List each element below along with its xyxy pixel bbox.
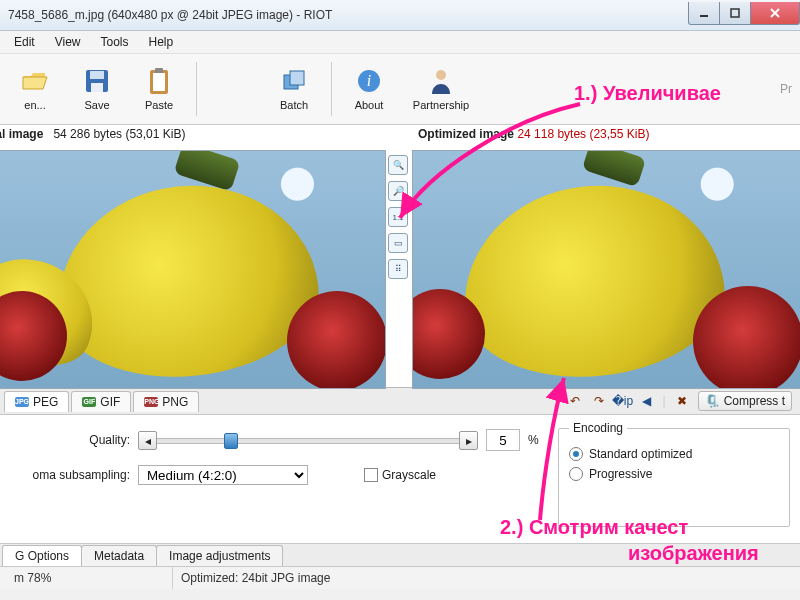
zoom-tools: 🔍 🔎 1:1 ▭ ⠿ bbox=[386, 155, 410, 279]
pan-button[interactable]: ⠿ bbox=[388, 259, 408, 279]
svg-point-14 bbox=[436, 70, 446, 80]
window-title: 7458_5686_m.jpg (640x480 px @ 24bit JPEG… bbox=[8, 8, 689, 22]
tab-jpeg-options[interactable]: G Options bbox=[2, 545, 82, 566]
original-size: 54 286 bytes (53,01 KiB) bbox=[53, 127, 185, 141]
minimize-button[interactable] bbox=[688, 2, 720, 25]
encoding-standard-label: Standard optimized bbox=[589, 447, 692, 461]
svg-text:i: i bbox=[367, 72, 371, 89]
encoding-progressive[interactable]: Progressive bbox=[569, 467, 779, 481]
tab-png[interactable]: PNG PNG bbox=[133, 391, 199, 412]
quality-slider[interactable]: ◂ ▸ bbox=[138, 431, 478, 449]
zoom-1to1-button[interactable]: 1:1 bbox=[388, 207, 408, 227]
tab-image-adjustments[interactable]: Image adjustments bbox=[156, 545, 283, 566]
image-compare: ial image 54 286 bytes (53,01 KiB) 🔍 🔎 1… bbox=[0, 125, 800, 388]
gif-icon: GIF bbox=[82, 397, 96, 407]
svg-rect-1 bbox=[731, 9, 739, 17]
tab-gif-label: GIF bbox=[100, 395, 120, 409]
tab-jpeg[interactable]: JPG PEG bbox=[4, 391, 69, 412]
radio-on-icon bbox=[569, 447, 583, 461]
encoding-progressive-label: Progressive bbox=[589, 467, 652, 481]
status-zoom: m 78% bbox=[6, 567, 173, 589]
slider-thumb[interactable] bbox=[224, 433, 238, 449]
optimized-pane: Optimized image 24 118 bytes (23,55 KiB) bbox=[412, 125, 800, 387]
menu-tools[interactable]: Tools bbox=[90, 33, 138, 51]
menu-help[interactable]: Help bbox=[139, 33, 184, 51]
slider-dec-button[interactable]: ◂ bbox=[138, 431, 157, 450]
quality-value[interactable] bbox=[486, 429, 520, 451]
menu-bar: Edit View Tools Help bbox=[0, 31, 800, 54]
about-button[interactable]: i About bbox=[338, 56, 400, 122]
optimized-size: 24 118 bytes (23,55 KiB) bbox=[517, 127, 649, 141]
partnership-label: Partnership bbox=[413, 99, 469, 111]
original-pane: ial image 54 286 bytes (53,01 KiB) bbox=[0, 125, 386, 387]
person-icon bbox=[427, 67, 455, 95]
optimized-label: Optimized image bbox=[418, 127, 514, 141]
clipboard-icon bbox=[145, 67, 173, 95]
menu-view[interactable]: View bbox=[45, 33, 91, 51]
svg-rect-5 bbox=[90, 71, 104, 79]
svg-rect-8 bbox=[153, 73, 165, 91]
tab-jpeg-label: PEG bbox=[33, 395, 58, 409]
format-strip: JPG PEG GIF GIF PNG PNG ↶ ↷ �ip ◀ | ✖ 🗜️… bbox=[0, 388, 800, 415]
tab-png-label: PNG bbox=[162, 395, 188, 409]
paste-label: Paste bbox=[145, 99, 173, 111]
batch-button[interactable]: Batch bbox=[263, 56, 325, 122]
flip-h-button[interactable]: �ip bbox=[615, 393, 631, 409]
rotate-cw-button[interactable]: ↷ bbox=[591, 393, 607, 409]
compress-icon: 🗜️ bbox=[705, 394, 720, 408]
close-button[interactable] bbox=[750, 2, 800, 25]
optimized-image[interactable] bbox=[412, 150, 800, 389]
grayscale-label: Grayscale bbox=[382, 468, 436, 482]
batch-icon bbox=[280, 67, 308, 95]
tab-gif[interactable]: GIF GIF bbox=[71, 391, 131, 412]
maximize-button[interactable] bbox=[719, 2, 751, 25]
svg-rect-9 bbox=[155, 68, 163, 73]
folder-open-icon bbox=[21, 67, 49, 95]
original-image[interactable] bbox=[0, 150, 386, 389]
png-icon: PNG bbox=[144, 397, 158, 407]
paste-button[interactable]: Paste bbox=[128, 56, 190, 122]
menu-edit[interactable]: Edit bbox=[4, 33, 45, 51]
bottom-tabs: G Options Metadata Image adjustments bbox=[0, 544, 800, 566]
title-bar: 7458_5686_m.jpg (640x480 px @ 24bit JPEG… bbox=[0, 0, 800, 31]
slider-inc-button[interactable]: ▸ bbox=[459, 431, 478, 450]
svg-rect-6 bbox=[91, 83, 103, 92]
checkbox-icon bbox=[364, 468, 378, 482]
encoding-standard[interactable]: Standard optimized bbox=[569, 447, 779, 461]
fit-window-button[interactable]: ▭ bbox=[388, 233, 408, 253]
save-label: Save bbox=[84, 99, 109, 111]
status-bar: m 78% Optimized: 24bit JPG image bbox=[0, 566, 800, 589]
jpeg-options: Quality: ◂ ▸ % oma subsampling: Medium (… bbox=[0, 415, 800, 544]
jpeg-icon: JPG bbox=[15, 397, 29, 407]
radio-off-icon bbox=[569, 467, 583, 481]
open-label: en... bbox=[24, 99, 45, 111]
compress-label: Compress t bbox=[724, 394, 785, 408]
about-label: About bbox=[355, 99, 384, 111]
encoding-legend: Encoding bbox=[569, 421, 627, 435]
main-toolbar: en... Save Paste Batch i About Partnersh… bbox=[0, 54, 800, 125]
zoom-in-button[interactable]: 🔍 bbox=[388, 155, 408, 175]
encoding-group: Encoding Standard optimized Progressive bbox=[558, 421, 790, 527]
flip-v-button[interactable]: ◀ bbox=[639, 393, 655, 409]
open-button[interactable]: en... bbox=[4, 56, 66, 122]
subsampling-select[interactable]: Medium (4:2:0) bbox=[138, 465, 308, 485]
zoom-out-button[interactable]: 🔎 bbox=[388, 181, 408, 201]
original-label: ial image bbox=[0, 127, 43, 141]
quality-label: Quality: bbox=[10, 433, 130, 447]
save-button[interactable]: Save bbox=[66, 56, 128, 122]
quality-percent: % bbox=[528, 433, 539, 447]
svg-rect-11 bbox=[290, 71, 304, 85]
info-icon: i bbox=[355, 67, 383, 95]
batch-label: Batch bbox=[280, 99, 308, 111]
compress-button[interactable]: 🗜️ Compress t bbox=[698, 391, 792, 411]
floppy-icon bbox=[83, 67, 111, 95]
partnership-button[interactable]: Partnership bbox=[400, 56, 482, 122]
status-info: Optimized: 24bit JPG image bbox=[173, 567, 794, 589]
subsampling-label: oma subsampling: bbox=[10, 468, 130, 482]
toolbar-extra: Pr bbox=[780, 82, 796, 96]
grayscale-checkbox[interactable]: Grayscale bbox=[364, 468, 436, 482]
crop-button[interactable]: ✖ bbox=[674, 393, 690, 409]
rotate-ccw-button[interactable]: ↶ bbox=[567, 393, 583, 409]
tab-metadata[interactable]: Metadata bbox=[81, 545, 157, 566]
